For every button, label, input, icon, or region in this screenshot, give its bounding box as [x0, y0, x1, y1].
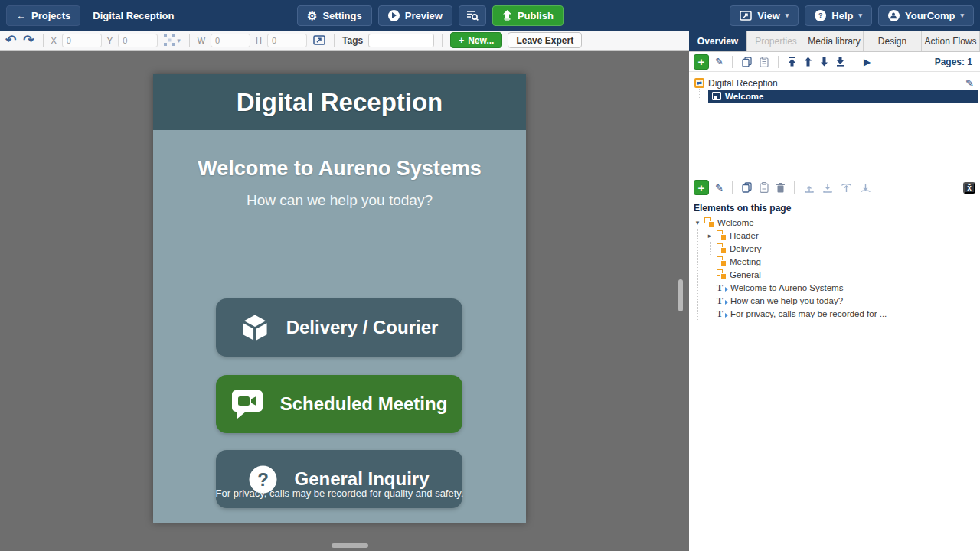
y-input[interactable]: [118, 34, 158, 47]
element-item-general[interactable]: General: [689, 268, 980, 281]
design-header[interactable]: Digital Reception: [153, 74, 526, 130]
publish-button[interactable]: Publish: [492, 5, 564, 26]
design-preview[interactable]: Digital Reception Welcome to Aureno Syst…: [153, 74, 526, 523]
edit-icon[interactable]: ✎: [715, 182, 724, 194]
design-button-delivery-courier[interactable]: Delivery / Courier: [216, 298, 462, 357]
tab-overview[interactable]: Overview: [689, 31, 747, 51]
move-up-button[interactable]: [803, 56, 813, 67]
copy-page-button[interactable]: [741, 56, 753, 68]
expander-icon[interactable]: ▾: [694, 219, 701, 227]
expander-icon[interactable]: ▸: [706, 232, 714, 240]
send-to-back-button[interactable]: [859, 182, 872, 194]
account-menu-button[interactable]: YourComp ▾: [878, 5, 974, 26]
bring-to-front-button[interactable]: [840, 182, 853, 194]
fit-screen-button[interactable]: [312, 34, 326, 46]
settings-label: Settings: [322, 10, 361, 21]
leave-expert-button[interactable]: Leave Expert: [508, 32, 582, 48]
back-arrow-icon: ←: [16, 10, 26, 21]
text-icon: T: [717, 283, 727, 292]
element-item-for-privacy-calls-may-be-recorded-for[interactable]: TFor privacy, calls may be recorded for …: [689, 307, 980, 320]
text-icon: T: [717, 309, 727, 318]
move-down-button[interactable]: [819, 56, 829, 67]
add-page-button[interactable]: +: [694, 54, 709, 70]
canvas-area[interactable]: Digital Reception Welcome to Aureno Syst…: [0, 51, 689, 551]
tags-input[interactable]: [368, 34, 434, 47]
send-backward-icon: [822, 183, 833, 193]
move-first-button[interactable]: [787, 56, 797, 67]
help-menu-button[interactable]: ? Help ▾: [805, 5, 872, 26]
paste-page-button[interactable]: [759, 56, 769, 68]
bring-to-front-icon: [841, 183, 852, 193]
design-button-label: General Inquiry: [294, 468, 429, 490]
projects-back-button[interactable]: ← Projects: [6, 5, 80, 26]
preview-button[interactable]: Preview: [378, 5, 452, 26]
element-label: Welcome: [717, 218, 754, 227]
run-page-button[interactable]: ▶: [863, 56, 871, 68]
view-label: View: [757, 10, 779, 21]
page-tree-label: Welcome: [725, 92, 763, 101]
x-input[interactable]: [62, 34, 102, 47]
element-item-header[interactable]: ▸Header: [689, 229, 980, 242]
divider: [442, 34, 443, 47]
element-item-meeting[interactable]: Meeting: [689, 255, 980, 268]
design-button-scheduled-meeting[interactable]: Scheduled Meeting: [216, 375, 462, 433]
element-label: Meeting: [730, 257, 761, 266]
paste-element-button[interactable]: [759, 181, 769, 194]
paste-icon: [760, 57, 769, 67]
w-label: W: [198, 36, 205, 45]
design-body[interactable]: Welcome to Aureno Systems How can we hel…: [153, 130, 526, 523]
preview-label: Preview: [405, 10, 443, 21]
variables-badge-button[interactable]: x̄: [963, 182, 975, 194]
y-label: Y: [107, 36, 113, 45]
log-search-button[interactable]: [459, 5, 486, 26]
settings-button[interactable]: ⚙ Settings: [297, 5, 372, 26]
edit-icon[interactable]: ✎: [715, 56, 724, 67]
video-chat-icon: [231, 389, 263, 419]
help-icon: ?: [815, 10, 826, 21]
welcome-subheading: How can we help you today?: [153, 192, 526, 209]
bring-forward-button[interactable]: [803, 182, 815, 194]
tab-media-library[interactable]: Media library: [805, 31, 864, 51]
move-to-top-icon: [788, 57, 796, 67]
tab-action-flows[interactable]: Action Flows: [922, 31, 980, 51]
tab-design[interactable]: Design: [864, 31, 922, 51]
group-icon: [704, 217, 714, 227]
trash-icon: [776, 183, 785, 193]
element-item-how-can-we-help-you-today[interactable]: THow can we help you today?: [689, 294, 980, 307]
project-icon: ⇄: [694, 78, 704, 88]
new-button[interactable]: + New...: [450, 32, 502, 48]
package-icon: [240, 314, 270, 342]
divider: [778, 56, 779, 68]
new-label: New...: [468, 35, 494, 46]
h-input[interactable]: [267, 34, 307, 47]
element-label: Delivery: [730, 244, 762, 253]
play-icon: ▶: [864, 57, 871, 67]
tree-item-page-welcome[interactable]: Welcome: [708, 90, 978, 103]
arrow-up-icon: [804, 57, 812, 67]
delete-element-button[interactable]: [776, 182, 786, 194]
element-item-delivery[interactable]: Delivery: [689, 242, 980, 255]
h-label: H: [256, 36, 262, 45]
undo-button[interactable]: ↶: [5, 33, 17, 47]
tree-item-project[interactable]: ⇄ Digital Reception ✎: [689, 77, 980, 90]
w-input[interactable]: [211, 34, 250, 47]
chevron-down-icon: ▾: [786, 11, 789, 19]
copy-element-button[interactable]: [741, 181, 753, 194]
tab-properties[interactable]: Properties: [747, 31, 805, 51]
horizontal-scrollbar[interactable]: [332, 543, 368, 548]
send-to-back-icon: [860, 183, 871, 193]
element-item-welcome[interactable]: ▾Welcome: [689, 216, 980, 229]
add-element-button[interactable]: +: [694, 180, 709, 195]
divider: [732, 56, 733, 68]
send-backward-button[interactable]: [822, 182, 834, 194]
right-tabs: OverviewPropertiesMedia libraryDesignAct…: [689, 31, 980, 52]
elements-header: Elements on this page: [689, 197, 980, 216]
vertical-scrollbar[interactable]: [678, 279, 683, 311]
view-menu-button[interactable]: View ▾: [730, 5, 799, 26]
edit-project-button[interactable]: ✎: [965, 77, 980, 89]
redo-button[interactable]: ↷: [22, 33, 34, 47]
move-last-button[interactable]: [835, 56, 845, 67]
design-button-general-inquiry[interactable]: ?General Inquiry: [216, 450, 462, 508]
element-item-welcome-to-aureno-systems[interactable]: TWelcome to Aureno Systems: [689, 281, 980, 294]
anchor-position-button[interactable]: ▾: [163, 34, 181, 47]
